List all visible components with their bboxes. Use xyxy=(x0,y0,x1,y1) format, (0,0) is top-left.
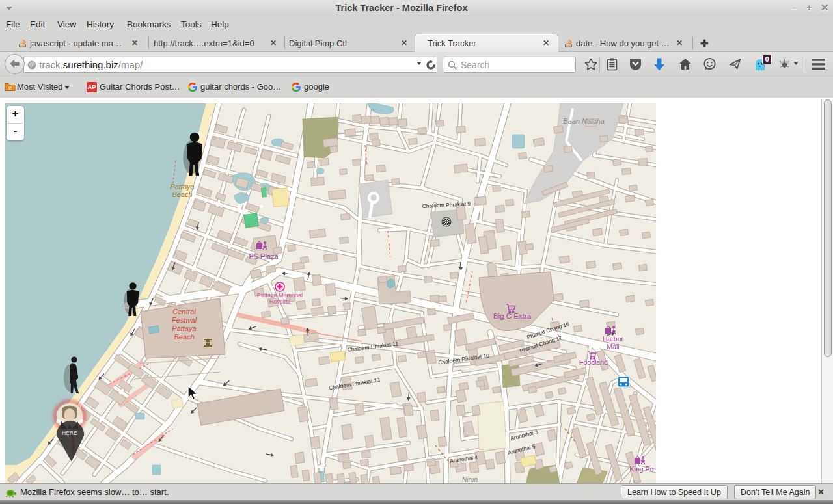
svg-text:Mall: Mall xyxy=(607,343,619,351)
svg-text:PS Plaza: PS Plaza xyxy=(249,252,279,260)
svg-text:Beach: Beach xyxy=(174,333,194,341)
svg-text:Nirun: Nirun xyxy=(462,476,478,483)
svg-text:Beach: Beach xyxy=(172,191,192,198)
svg-text:Festival: Festival xyxy=(172,316,197,324)
svg-text:Central: Central xyxy=(172,308,196,315)
svg-text:HERE: HERE xyxy=(62,430,77,436)
svg-text:Baan Natcha: Baan Natcha xyxy=(563,117,605,125)
svg-text:Big C Extra: Big C Extra xyxy=(493,312,532,320)
svg-text:Pattaya: Pattaya xyxy=(172,325,196,332)
svg-text:Pattaya Memorial: Pattaya Memorial xyxy=(257,292,303,298)
svg-text:Pattaya: Pattaya xyxy=(170,183,194,191)
svg-text:Hospital: Hospital xyxy=(269,298,291,305)
svg-text:Foodland: Foodland xyxy=(579,358,608,366)
svg-text:King Po: King Po xyxy=(630,465,654,473)
svg-text:Harbor: Harbor xyxy=(603,335,624,343)
